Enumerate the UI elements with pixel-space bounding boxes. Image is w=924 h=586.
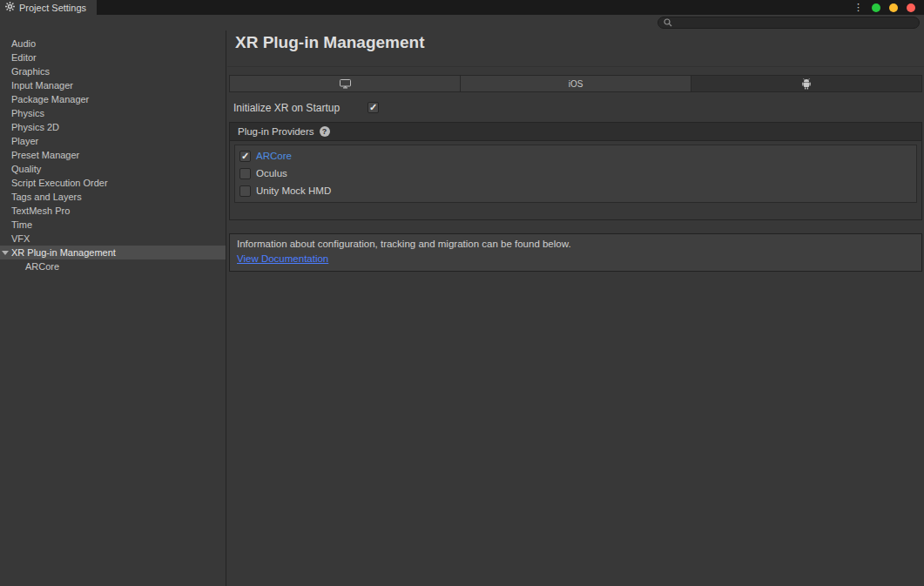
project-settings-tab-label: Project Settings xyxy=(19,3,86,13)
sidebar-item-xr-plug-in-management[interactable]: XR Plug-in Management xyxy=(0,246,226,259)
desktop-icon xyxy=(340,79,351,89)
window-control-red[interactable] xyxy=(907,3,915,12)
provider-label: Oculus xyxy=(256,168,287,178)
info-text: Information about configuration, trackin… xyxy=(237,239,914,249)
arcore-checkbox[interactable] xyxy=(239,151,251,162)
provider-label: ARCore xyxy=(256,151,292,161)
gear-icon xyxy=(5,2,15,13)
sidebar-item-physics-2d[interactable]: Physics 2D xyxy=(0,120,226,134)
sidebar-item-preset-manager[interactable]: Preset Manager xyxy=(0,148,226,162)
tab-ios-label: iOS xyxy=(569,79,583,89)
oculus-checkbox[interactable] xyxy=(239,168,251,179)
foldout-arrow-icon[interactable] xyxy=(2,251,9,255)
provider-row-oculus[interactable]: Oculus xyxy=(235,165,916,182)
plug-in-providers-title: Plug-in Providers xyxy=(238,126,314,137)
search-icon xyxy=(664,15,672,30)
sidebar-item-textmesh-pro[interactable]: TextMesh Pro xyxy=(0,204,226,218)
sidebar-item-input-manager[interactable]: Input Manager xyxy=(0,78,226,92)
help-icon[interactable]: ? xyxy=(320,126,330,137)
view-documentation-link[interactable]: View Documentation xyxy=(237,253,328,264)
search-input[interactable] xyxy=(676,17,914,28)
tab-desktop[interactable] xyxy=(230,76,461,91)
plug-in-providers-section: Plug-in Providers ? ARCore Oculus Unity … xyxy=(229,122,922,220)
toolbar xyxy=(0,15,924,30)
kebab-menu-icon[interactable]: ⋮ xyxy=(853,0,863,15)
search-box[interactable] xyxy=(658,17,920,29)
provider-row-unity-mock-hmd[interactable]: Unity Mock HMD xyxy=(235,182,916,199)
sidebar-item-package-manager[interactable]: Package Manager xyxy=(0,92,226,106)
android-icon xyxy=(801,78,812,90)
sidebar-item-vfx[interactable]: VFX xyxy=(0,232,226,246)
sidebar-item-audio[interactable]: Audio xyxy=(0,37,226,51)
sidebar-item-label: XR Plug-in Management xyxy=(11,247,116,258)
sidebar-item-physics[interactable]: Physics xyxy=(0,106,226,120)
sidebar-item-time[interactable]: Time xyxy=(0,218,226,232)
title-separator xyxy=(227,66,924,67)
provider-row-arcore[interactable]: ARCore xyxy=(235,147,916,165)
window-control-green[interactable] xyxy=(872,3,880,12)
info-helpbox: Information about configuration, trackin… xyxy=(229,233,922,272)
platform-tab-strip: iOS xyxy=(229,75,922,92)
initialize-xr-label: Initialize XR on Startup xyxy=(233,101,340,115)
sidebar-item-player[interactable]: Player xyxy=(0,134,226,148)
unity-mock-hmd-checkbox[interactable] xyxy=(239,185,251,197)
titlebar: Project Settings ⋮ xyxy=(0,0,924,15)
initialize-xr-checkbox[interactable] xyxy=(368,102,379,113)
sidebar-item-tags-and-layers[interactable]: Tags and Layers xyxy=(0,190,226,204)
window-control-yellow[interactable] xyxy=(889,3,898,12)
tab-ios[interactable]: iOS xyxy=(461,76,691,91)
provider-label: Unity Mock HMD xyxy=(256,185,331,196)
tab-android[interactable] xyxy=(691,76,921,91)
sidebar-item-arcore[interactable]: ARCore xyxy=(0,259,226,273)
plug-in-providers-header: Plug-in Providers ? xyxy=(230,123,921,141)
page-title: XR Plug-in Management xyxy=(235,33,424,52)
sidebar-item-editor[interactable]: Editor xyxy=(0,51,226,64)
sidebar-item-script-execution-order[interactable]: Script Execution Order xyxy=(0,176,226,190)
settings-sidebar: Audio Editor Graphics Input Manager Pack… xyxy=(0,30,226,586)
window-controls: ⋮ xyxy=(853,0,915,15)
sidebar-item-quality[interactable]: Quality xyxy=(0,162,226,176)
main-panel: XR Plug-in Management iOS xyxy=(227,30,924,586)
providers-list: ARCore Oculus Unity Mock HMD xyxy=(234,145,917,203)
project-settings-tab[interactable]: Project Settings xyxy=(0,0,97,15)
sidebar-item-graphics[interactable]: Graphics xyxy=(0,64,226,78)
